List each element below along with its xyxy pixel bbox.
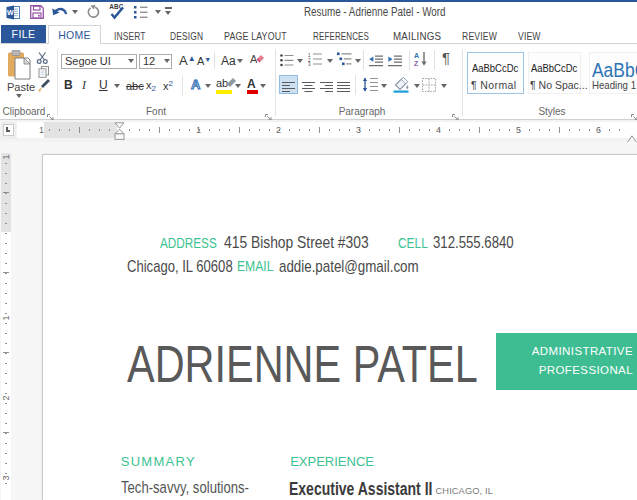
- svg-text:Z: Z: [414, 60, 419, 67]
- svg-text:W: W: [7, 9, 14, 16]
- svg-text:A: A: [414, 52, 419, 59]
- svg-text:A: A: [250, 53, 258, 65]
- svg-text:3: 3: [308, 62, 311, 66]
